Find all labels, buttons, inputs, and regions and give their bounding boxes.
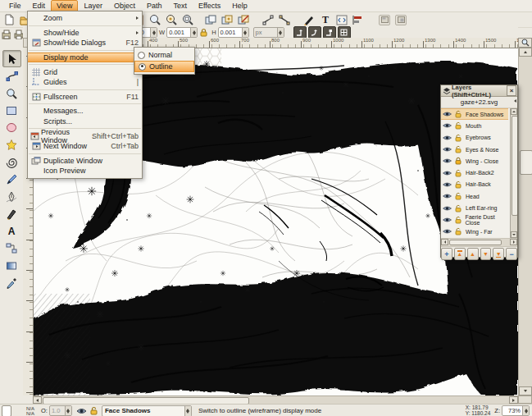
affect-gradient-toggle[interactable] [323, 26, 336, 39]
tool-zoom[interactable] [2, 85, 21, 102]
fill-stroke-dialog-button[interactable] [302, 13, 316, 26]
tool-calligraphy[interactable] [2, 205, 21, 222]
duplicate-button[interactable] [203, 13, 218, 26]
scroll-left-button[interactable] [33, 396, 42, 404]
affect-move-toggle[interactable] [293, 26, 307, 39]
layer-row-left-ear-ring[interactable]: Left Ear-ring [441, 202, 510, 213]
menu-path[interactable]: Path [141, 0, 168, 12]
unlink-clone-button[interactable] [236, 13, 251, 26]
layers-hscroll-left[interactable] [441, 239, 448, 245]
menu-item-display-mode[interactable]: Display mode [28, 53, 142, 63]
menu-item-previous-window[interactable]: Previous WindowShift+Ctrl+Tab [28, 130, 142, 141]
visibility-eye-icon[interactable] [443, 135, 452, 141]
visibility-eye-icon[interactable] [443, 111, 452, 117]
raise-layer-button[interactable]: ▲ [467, 248, 479, 260]
layers-scroll-thumb[interactable] [512, 116, 517, 216]
layers-panel-titlebar[interactable]: Layers (Shift+Ctrl+L) × [441, 85, 517, 97]
vertical-scrollbar[interactable] [518, 48, 532, 395]
tool-node-editor[interactable] [2, 67, 21, 85]
layers-scroll-down[interactable] [511, 231, 517, 238]
visibility-eye-icon[interactable] [443, 122, 452, 129]
menu-item-duplicate-window[interactable]: Duplicate Window [28, 156, 142, 167]
visibility-eye-icon[interactable] [443, 193, 452, 199]
layers-list-scrollbar[interactable] [510, 108, 517, 238]
tool-dropper[interactable] [2, 274, 21, 291]
menu-item-messages[interactable]: Messages... [28, 106, 142, 117]
layer-row-face-shadows[interactable]: Face Shadows [441, 108, 508, 120]
delete-layer-button[interactable]: − [506, 248, 517, 260]
visibility-eye-icon[interactable] [443, 158, 452, 164]
align-dialog-button[interactable] [351, 13, 366, 26]
dialog-button-2[interactable] [395, 15, 407, 25]
layers-hscroll-thumb[interactable] [449, 240, 502, 245]
style-swatch[interactable] [2, 405, 11, 416]
zoom-drawing-button[interactable] [164, 13, 179, 26]
menu-file[interactable]: File [3, 0, 27, 12]
opacity-field[interactable]: 1.0 [49, 405, 72, 416]
tool-ellipse[interactable] [2, 119, 21, 136]
current-layer-select[interactable]: Face Shadows [102, 405, 192, 416]
scroll-up-button[interactable] [519, 48, 532, 57]
visibility-eye-icon[interactable] [443, 146, 452, 153]
layer-row-faerie-dust-close[interactable]: Faerie Dust Close [441, 214, 510, 226]
menu-item-show-hide-dialogs[interactable]: Show/Hide DialogsF12 [28, 38, 142, 48]
zoom-selection-button[interactable] [148, 13, 162, 26]
text-dialog-button[interactable]: T [318, 13, 333, 26]
layers-scroll-up[interactable] [511, 108, 517, 115]
layer-row-hair-back[interactable]: Hair-Back [441, 179, 510, 190]
layer-row-eyes-nose[interactable]: Eyes & Nose [441, 144, 510, 155]
visibility-eye-icon[interactable] [443, 217, 452, 223]
lock-open-icon[interactable] [453, 121, 462, 130]
tool-text[interactable]: A [2, 222, 21, 240]
xml-editor-button[interactable] [334, 13, 349, 26]
layer-row-eyebrows[interactable]: Eyebrows [441, 132, 510, 144]
lock-open-icon[interactable] [453, 192, 462, 200]
menu-item-grid[interactable]: Grid# [28, 66, 142, 77]
menu-item-guides[interactable]: Guides| [28, 77, 142, 88]
tool-spiral[interactable] [2, 153, 21, 171]
lock-open-icon[interactable] [453, 181, 462, 189]
h-field[interactable]: 0.001 [218, 27, 249, 38]
tool-star[interactable] [2, 136, 21, 153]
zoom-field[interactable]: 73% [502, 405, 530, 416]
visibility-eye-icon[interactable] [443, 228, 452, 235]
lock-open-icon[interactable] [453, 110, 462, 118]
panel-collapse-icon[interactable] [514, 99, 516, 103]
tool-connector[interactable] [2, 240, 21, 257]
new-layer-button[interactable]: + [441, 248, 452, 260]
menu-item-fullscreen[interactable]: FullscreenF11 [28, 92, 142, 103]
menu-item-show-hide[interactable]: Show/Hide [28, 28, 142, 39]
horizontal-scrollbar[interactable] [33, 395, 518, 404]
lock-open-icon[interactable] [453, 216, 462, 224]
affect-pattern-toggle[interactable] [338, 26, 351, 39]
visibility-eye-icon[interactable] [443, 181, 452, 188]
tool-rectangle[interactable] [2, 102, 21, 119]
menu-item-zoom[interactable]: Zoom [28, 13, 142, 24]
visibility-eye-icon[interactable] [443, 205, 452, 212]
layers-horizontal-scrollbar[interactable] [441, 239, 517, 247]
layer-row-head[interactable]: Head [441, 190, 510, 202]
scroll-down-button[interactable] [519, 386, 532, 395]
unit-select[interactable]: px [253, 27, 284, 38]
raise-layer-to-top-button[interactable]: ▲ [454, 248, 466, 260]
menu-item-scripts[interactable]: Scripts... [28, 117, 142, 127]
export-button[interactable] [277, 13, 292, 26]
lock-open-icon[interactable] [453, 145, 462, 153]
save-button[interactable] [1, 29, 11, 41]
import-button[interactable] [261, 13, 275, 26]
tool-selector[interactable] [2, 50, 21, 67]
layers-hscroll-right[interactable] [510, 239, 517, 245]
dialog-button-1[interactable] [379, 15, 390, 25]
clone-button[interactable] [220, 13, 234, 26]
submenu-item-outline[interactable]: Outline [134, 61, 194, 72]
lock-ratio-icon[interactable] [199, 28, 208, 37]
visibility-eye-icon[interactable] [443, 170, 452, 176]
close-icon[interactable]: × [507, 85, 516, 96]
lower-layer-button[interactable]: ▼ [480, 248, 492, 260]
lock-closed-icon[interactable] [453, 157, 462, 165]
scroll-right-button[interactable] [509, 396, 518, 404]
zoom-corner-button[interactable] [518, 38, 532, 48]
tool-bezier-pen[interactable] [2, 188, 21, 205]
lock-open-icon[interactable] [453, 169, 462, 177]
lock-open-icon[interactable] [453, 134, 462, 142]
